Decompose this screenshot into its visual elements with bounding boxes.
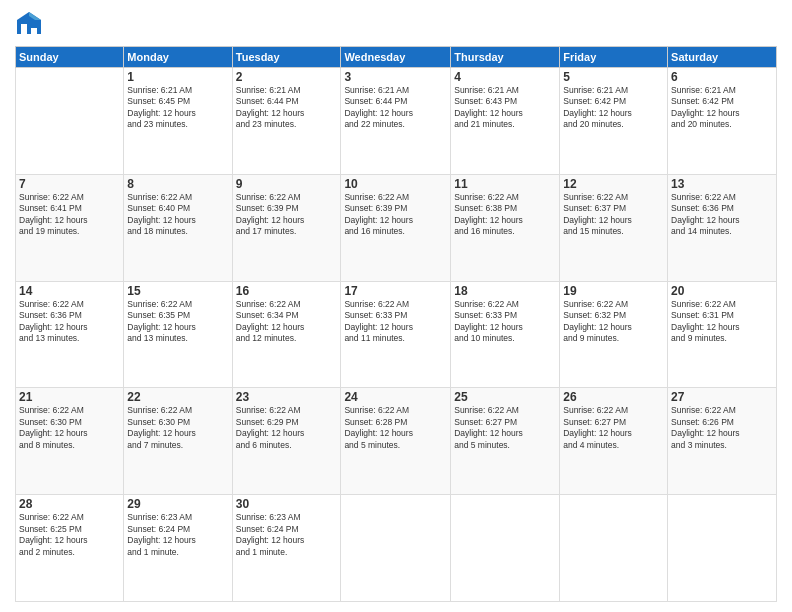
day-number: 19 xyxy=(563,284,664,298)
calendar-week-3: 14Sunrise: 6:22 AM Sunset: 6:36 PM Dayli… xyxy=(16,281,777,388)
day-info: Sunrise: 6:23 AM Sunset: 6:24 PM Dayligh… xyxy=(127,512,228,558)
calendar-cell xyxy=(451,495,560,602)
day-info: Sunrise: 6:22 AM Sunset: 6:36 PM Dayligh… xyxy=(19,299,120,345)
day-info: Sunrise: 6:22 AM Sunset: 6:30 PM Dayligh… xyxy=(19,405,120,451)
calendar-cell: 8Sunrise: 6:22 AM Sunset: 6:40 PM Daylig… xyxy=(124,174,232,281)
day-number: 5 xyxy=(563,70,664,84)
day-number: 14 xyxy=(19,284,120,298)
day-info: Sunrise: 6:22 AM Sunset: 6:39 PM Dayligh… xyxy=(236,192,338,238)
day-number: 26 xyxy=(563,390,664,404)
svg-rect-3 xyxy=(31,28,37,34)
day-info: Sunrise: 6:22 AM Sunset: 6:35 PM Dayligh… xyxy=(127,299,228,345)
calendar-cell: 4Sunrise: 6:21 AM Sunset: 6:43 PM Daylig… xyxy=(451,68,560,175)
day-number: 8 xyxy=(127,177,228,191)
day-number: 2 xyxy=(236,70,338,84)
calendar-cell: 26Sunrise: 6:22 AM Sunset: 6:27 PM Dayli… xyxy=(560,388,668,495)
day-number: 27 xyxy=(671,390,773,404)
day-info: Sunrise: 6:22 AM Sunset: 6:28 PM Dayligh… xyxy=(344,405,447,451)
calendar-cell: 6Sunrise: 6:21 AM Sunset: 6:42 PM Daylig… xyxy=(668,68,777,175)
day-info: Sunrise: 6:22 AM Sunset: 6:30 PM Dayligh… xyxy=(127,405,228,451)
day-info: Sunrise: 6:21 AM Sunset: 6:44 PM Dayligh… xyxy=(344,85,447,131)
day-number: 24 xyxy=(344,390,447,404)
day-number: 29 xyxy=(127,497,228,511)
calendar-cell: 23Sunrise: 6:22 AM Sunset: 6:29 PM Dayli… xyxy=(232,388,341,495)
calendar-cell: 10Sunrise: 6:22 AM Sunset: 6:39 PM Dayli… xyxy=(341,174,451,281)
day-number: 1 xyxy=(127,70,228,84)
calendar-cell: 20Sunrise: 6:22 AM Sunset: 6:31 PM Dayli… xyxy=(668,281,777,388)
day-info: Sunrise: 6:22 AM Sunset: 6:33 PM Dayligh… xyxy=(454,299,556,345)
calendar-cell: 13Sunrise: 6:22 AM Sunset: 6:36 PM Dayli… xyxy=(668,174,777,281)
calendar-cell: 18Sunrise: 6:22 AM Sunset: 6:33 PM Dayli… xyxy=(451,281,560,388)
calendar-cell: 21Sunrise: 6:22 AM Sunset: 6:30 PM Dayli… xyxy=(16,388,124,495)
calendar-cell: 25Sunrise: 6:22 AM Sunset: 6:27 PM Dayli… xyxy=(451,388,560,495)
calendar-week-1: 1Sunrise: 6:21 AM Sunset: 6:45 PM Daylig… xyxy=(16,68,777,175)
day-info: Sunrise: 6:22 AM Sunset: 6:40 PM Dayligh… xyxy=(127,192,228,238)
day-info: Sunrise: 6:22 AM Sunset: 6:34 PM Dayligh… xyxy=(236,299,338,345)
weekday-header-sunday: Sunday xyxy=(16,47,124,68)
day-number: 28 xyxy=(19,497,120,511)
calendar-table: SundayMondayTuesdayWednesdayThursdayFrid… xyxy=(15,46,777,602)
day-info: Sunrise: 6:22 AM Sunset: 6:33 PM Dayligh… xyxy=(344,299,447,345)
day-number: 25 xyxy=(454,390,556,404)
day-info: Sunrise: 6:21 AM Sunset: 6:45 PM Dayligh… xyxy=(127,85,228,131)
calendar-cell: 1Sunrise: 6:21 AM Sunset: 6:45 PM Daylig… xyxy=(124,68,232,175)
day-number: 16 xyxy=(236,284,338,298)
header xyxy=(15,10,777,38)
day-number: 15 xyxy=(127,284,228,298)
day-number: 17 xyxy=(344,284,447,298)
calendar-cell: 5Sunrise: 6:21 AM Sunset: 6:42 PM Daylig… xyxy=(560,68,668,175)
day-number: 18 xyxy=(454,284,556,298)
logo-icon xyxy=(15,10,43,38)
weekday-header-saturday: Saturday xyxy=(668,47,777,68)
day-info: Sunrise: 6:22 AM Sunset: 6:32 PM Dayligh… xyxy=(563,299,664,345)
day-number: 21 xyxy=(19,390,120,404)
day-info: Sunrise: 6:23 AM Sunset: 6:24 PM Dayligh… xyxy=(236,512,338,558)
calendar-cell: 12Sunrise: 6:22 AM Sunset: 6:37 PM Dayli… xyxy=(560,174,668,281)
day-info: Sunrise: 6:22 AM Sunset: 6:39 PM Dayligh… xyxy=(344,192,447,238)
calendar-cell: 27Sunrise: 6:22 AM Sunset: 6:26 PM Dayli… xyxy=(668,388,777,495)
calendar-cell xyxy=(16,68,124,175)
day-number: 4 xyxy=(454,70,556,84)
calendar-cell xyxy=(668,495,777,602)
day-info: Sunrise: 6:22 AM Sunset: 6:29 PM Dayligh… xyxy=(236,405,338,451)
logo xyxy=(15,10,45,38)
weekday-header-tuesday: Tuesday xyxy=(232,47,341,68)
weekday-header-friday: Friday xyxy=(560,47,668,68)
calendar-week-5: 28Sunrise: 6:22 AM Sunset: 6:25 PM Dayli… xyxy=(16,495,777,602)
day-number: 20 xyxy=(671,284,773,298)
day-number: 12 xyxy=(563,177,664,191)
day-number: 6 xyxy=(671,70,773,84)
weekday-header-wednesday: Wednesday xyxy=(341,47,451,68)
page: SundayMondayTuesdayWednesdayThursdayFrid… xyxy=(0,0,792,612)
day-info: Sunrise: 6:22 AM Sunset: 6:37 PM Dayligh… xyxy=(563,192,664,238)
day-number: 30 xyxy=(236,497,338,511)
day-info: Sunrise: 6:22 AM Sunset: 6:41 PM Dayligh… xyxy=(19,192,120,238)
day-info: Sunrise: 6:22 AM Sunset: 6:36 PM Dayligh… xyxy=(671,192,773,238)
calendar-cell: 22Sunrise: 6:22 AM Sunset: 6:30 PM Dayli… xyxy=(124,388,232,495)
day-info: Sunrise: 6:22 AM Sunset: 6:31 PM Dayligh… xyxy=(671,299,773,345)
day-info: Sunrise: 6:21 AM Sunset: 6:42 PM Dayligh… xyxy=(563,85,664,131)
calendar-cell: 7Sunrise: 6:22 AM Sunset: 6:41 PM Daylig… xyxy=(16,174,124,281)
calendar-cell: 2Sunrise: 6:21 AM Sunset: 6:44 PM Daylig… xyxy=(232,68,341,175)
day-info: Sunrise: 6:22 AM Sunset: 6:27 PM Dayligh… xyxy=(563,405,664,451)
calendar-cell: 9Sunrise: 6:22 AM Sunset: 6:39 PM Daylig… xyxy=(232,174,341,281)
day-info: Sunrise: 6:21 AM Sunset: 6:44 PM Dayligh… xyxy=(236,85,338,131)
day-info: Sunrise: 6:22 AM Sunset: 6:38 PM Dayligh… xyxy=(454,192,556,238)
calendar-week-2: 7Sunrise: 6:22 AM Sunset: 6:41 PM Daylig… xyxy=(16,174,777,281)
day-number: 7 xyxy=(19,177,120,191)
calendar-header-row: SundayMondayTuesdayWednesdayThursdayFrid… xyxy=(16,47,777,68)
calendar-cell: 15Sunrise: 6:22 AM Sunset: 6:35 PM Dayli… xyxy=(124,281,232,388)
day-number: 10 xyxy=(344,177,447,191)
calendar-cell xyxy=(341,495,451,602)
calendar-cell: 24Sunrise: 6:22 AM Sunset: 6:28 PM Dayli… xyxy=(341,388,451,495)
day-number: 3 xyxy=(344,70,447,84)
day-number: 11 xyxy=(454,177,556,191)
calendar-cell: 14Sunrise: 6:22 AM Sunset: 6:36 PM Dayli… xyxy=(16,281,124,388)
weekday-header-thursday: Thursday xyxy=(451,47,560,68)
calendar-cell: 3Sunrise: 6:21 AM Sunset: 6:44 PM Daylig… xyxy=(341,68,451,175)
weekday-header-monday: Monday xyxy=(124,47,232,68)
day-info: Sunrise: 6:21 AM Sunset: 6:42 PM Dayligh… xyxy=(671,85,773,131)
day-number: 9 xyxy=(236,177,338,191)
day-number: 23 xyxy=(236,390,338,404)
day-info: Sunrise: 6:21 AM Sunset: 6:43 PM Dayligh… xyxy=(454,85,556,131)
